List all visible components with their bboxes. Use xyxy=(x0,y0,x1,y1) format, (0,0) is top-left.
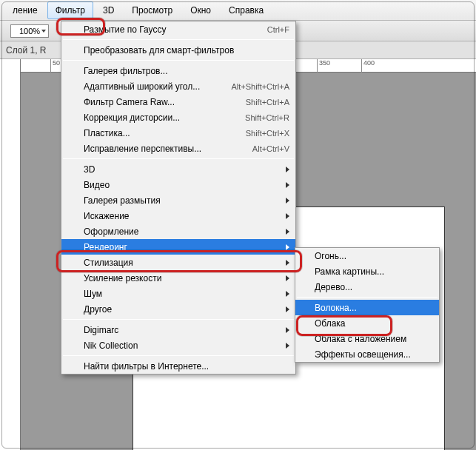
filter-menu-item[interactable]: Размытие по ГауссуCtrl+F xyxy=(61,21,295,37)
chevron-right-icon xyxy=(286,260,289,266)
ruler-vertical xyxy=(0,59,21,450)
menu-item-label: Рендеринг xyxy=(84,242,289,252)
filter-menu-item[interactable]: Фильтр Camera Raw...Shift+Ctrl+A xyxy=(61,94,295,110)
menu-separator xyxy=(63,39,294,40)
chevron-right-icon xyxy=(286,291,289,297)
menubar: лениеФильтр3DПросмотрОкноСправка xyxy=(0,0,476,21)
filter-menu-item[interactable]: Стилизация xyxy=(61,255,295,270)
menu-фильтр[interactable]: Фильтр xyxy=(47,1,93,19)
menu-item-label: Облака xyxy=(315,318,433,329)
filter-menu-item[interactable]: Исправление перспективы...Alt+Ctrl+V xyxy=(61,141,295,156)
menu-separator xyxy=(63,319,294,320)
zoom-select[interactable]: 100% xyxy=(10,24,49,38)
menu-item-label: 3D xyxy=(84,164,289,175)
menu-item-label: Адаптивный широкий угол... xyxy=(84,81,222,92)
menu-item-label: Исправление перспективы... xyxy=(84,144,244,154)
menu-item-label: Волокна... xyxy=(315,303,433,313)
menu-separator xyxy=(297,297,438,298)
rendering-submenu-item[interactable]: Волокна... xyxy=(295,300,439,315)
filter-menu-item[interactable]: Найти фильтры в Интернете... xyxy=(61,358,295,374)
chevron-right-icon xyxy=(286,306,289,312)
filter-menu-item[interactable]: Преобразовать для смарт-фильтров xyxy=(61,42,295,58)
menu-item-label: Nik Collection xyxy=(84,340,289,351)
filter-menu-item[interactable]: Адаптивный широкий угол...Alt+Shift+Ctrl… xyxy=(61,78,295,94)
menu-item-label: Фильтр Camera Raw... xyxy=(84,97,237,107)
menu-separator xyxy=(63,158,294,159)
filter-menu-item[interactable]: Рендеринг xyxy=(61,239,295,255)
filter-menu-item[interactable]: Шум xyxy=(61,286,295,301)
menu-item-label: Коррекция дисторсии... xyxy=(84,113,236,123)
menu-item-label: Стилизация xyxy=(84,258,289,268)
chevron-right-icon xyxy=(286,198,289,204)
menu-item-label: Пластика... xyxy=(84,128,237,138)
filter-menu-item[interactable]: Оформление xyxy=(61,224,295,239)
chevron-right-icon xyxy=(286,275,289,281)
filter-menu-item[interactable]: Усиление резкости xyxy=(61,270,295,286)
menu-shortcut: Shift+Ctrl+R xyxy=(245,113,289,122)
filter-menu-item[interactable]: 3D xyxy=(61,161,295,177)
filter-menu-item[interactable]: Искажение xyxy=(61,208,295,224)
menu-item-label: Огонь... xyxy=(315,251,433,261)
filter-menu-item[interactable]: Коррекция дисторсии...Shift+Ctrl+R xyxy=(61,110,295,125)
filter-menu-item[interactable]: Пластика...Shift+Ctrl+X xyxy=(61,125,295,141)
menu-item-label: Искажение xyxy=(84,211,289,221)
menu-item-label: Видео xyxy=(84,180,289,190)
filter-menu-item[interactable]: Галерея фильтров... xyxy=(61,63,295,78)
rendering-submenu-item[interactable]: Дерево... xyxy=(295,279,439,295)
ruler-tick: 350 xyxy=(317,59,330,73)
chevron-right-icon xyxy=(286,343,289,349)
menu-item-label: Рамка картины... xyxy=(315,266,433,277)
ruler-tick: 50 xyxy=(50,59,60,73)
menu-item-label: Галерея фильтров... xyxy=(84,66,289,76)
chevron-right-icon xyxy=(286,229,289,235)
menu-справка[interactable]: Справка xyxy=(221,1,272,19)
menu-просмотр[interactable]: Просмотр xyxy=(124,1,181,19)
chevron-right-icon xyxy=(286,182,289,188)
menu-item-label: Размытие по Гауссу xyxy=(84,24,258,35)
menu-3d[interactable]: 3D xyxy=(95,1,122,19)
filter-menu-item[interactable]: Nik Collection xyxy=(61,338,295,353)
menu-item-label: Другое xyxy=(84,304,289,315)
rendering-submenu-item[interactable]: Эффекты освещения... xyxy=(295,346,439,362)
filter-menu-item[interactable]: Digimarc xyxy=(61,322,295,338)
filter-menu-item[interactable]: Другое xyxy=(61,301,295,317)
menu-shortcut: Alt+Ctrl+V xyxy=(252,144,289,153)
menu-item-label: Digimarc xyxy=(84,325,289,335)
menu-item-label: Оформление xyxy=(84,226,289,237)
tab-title: Слой 1, R xyxy=(6,45,47,56)
menu-item-label: Найти фильтры в Интернете... xyxy=(84,361,289,372)
chevron-right-icon xyxy=(286,167,289,172)
menu-shortcut: Shift+Ctrl+X xyxy=(246,129,289,138)
menu-separator xyxy=(63,60,294,61)
menu-shortcut: Shift+Ctrl+A xyxy=(246,98,289,107)
menu-shortcut: Alt+Shift+Ctrl+A xyxy=(231,82,289,91)
menu-item-label: Эффекты освещения... xyxy=(315,349,433,360)
menu-item-label: Усиление резкости xyxy=(84,273,289,283)
rendering-submenu-item[interactable]: Облака xyxy=(295,315,439,331)
rendering-submenu: Огонь...Рамка картины...Дерево...Волокна… xyxy=(295,247,440,363)
chevron-right-icon xyxy=(286,213,289,219)
rendering-submenu-item[interactable]: Рамка картины... xyxy=(295,263,439,279)
menu-ление[interactable]: ление xyxy=(4,1,46,19)
filter-menu-item[interactable]: Видео xyxy=(61,177,295,192)
ruler-tick: 400 xyxy=(361,59,375,73)
menu-item-label: Облака с наложением xyxy=(315,334,433,344)
menu-окно[interactable]: Окно xyxy=(182,1,219,19)
filter-menu: Размытие по ГауссуCtrl+FПреобразовать дл… xyxy=(61,21,296,375)
menu-shortcut: Ctrl+F xyxy=(267,25,289,34)
chevron-right-icon xyxy=(286,244,289,250)
menu-item-label: Галерея размытия xyxy=(84,195,289,206)
rendering-submenu-item[interactable]: Облака с наложением xyxy=(295,331,439,346)
menu-item-label: Шум xyxy=(84,289,289,299)
menu-separator xyxy=(63,355,294,356)
menu-item-label: Дерево... xyxy=(315,282,433,292)
menu-item-label: Преобразовать для смарт-фильтров xyxy=(84,45,289,56)
rendering-submenu-item[interactable]: Огонь... xyxy=(295,248,439,263)
chevron-right-icon xyxy=(286,327,289,333)
filter-menu-item[interactable]: Галерея размытия xyxy=(61,192,295,208)
